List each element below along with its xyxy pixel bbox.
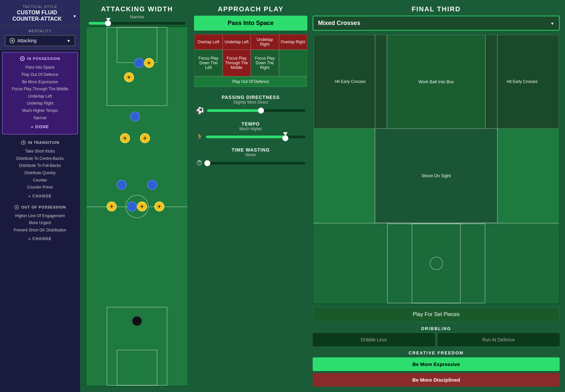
list-item[interactable]: Distribute To Centre-Backs bbox=[5, 155, 75, 163]
approach-play-column: APPROACH PLAY Pass Into Space Overlap Le… bbox=[194, 5, 307, 387]
tactical-style-chevron[interactable] bbox=[73, 13, 77, 19]
out-of-possession-icon bbox=[14, 204, 19, 210]
hit-early-crosses-right-cell[interactable]: Hit Early Crosses bbox=[485, 35, 559, 129]
mixed-crosses-dropdown[interactable]: Mixed Crosses bbox=[313, 16, 560, 31]
dribbling-title: DRIBBLING bbox=[313, 326, 560, 331]
tactical-style-text: CUSTOM FLUID COUNTER-ATTACK bbox=[3, 9, 71, 22]
list-item[interactable]: Prevent Short GK Distribution bbox=[5, 227, 75, 234]
list-item[interactable]: Distribute To Full-Backs bbox=[5, 162, 75, 170]
tactical-style-label: TACTICAL STYLE bbox=[3, 5, 77, 9]
player-gk: ✈ bbox=[132, 316, 142, 326]
time-wasting-section: TIME WASTING Never ⏱ bbox=[194, 145, 307, 169]
work-ball-into-box-cell[interactable]: Work Ball Into Box bbox=[387, 35, 485, 129]
passing-directness-title: PASSING DIRECTNESS bbox=[194, 95, 307, 100]
pitch-v-line-right bbox=[497, 35, 498, 223]
mentality-select[interactable]: Attacking bbox=[5, 35, 75, 46]
width-slider-container bbox=[85, 22, 189, 25]
play-for-set-pieces-button[interactable]: Play For Set Pieces bbox=[313, 307, 560, 322]
tempo-slider[interactable] bbox=[206, 136, 305, 138]
sidebar: TACTICAL STYLE CUSTOM FLUID COUNTER-ATTA… bbox=[0, 0, 80, 392]
svg-point-1 bbox=[11, 40, 13, 42]
list-item[interactable]: Underlap Left bbox=[7, 93, 73, 100]
play-out-of-defence-cell[interactable]: Play Out Of Defence bbox=[194, 76, 307, 87]
pass-into-space-button[interactable]: Pass Into Space bbox=[194, 16, 307, 31]
in-transition-block: IN TRANSITION Take Short Kicks Distribut… bbox=[0, 137, 80, 201]
player-5: ✈ bbox=[120, 133, 130, 143]
overlap-right-cell[interactable]: Overlap Right bbox=[279, 34, 307, 50]
passing-directness-slider-row: ⚽ bbox=[194, 107, 307, 115]
attacking-width-slider-thumb[interactable] bbox=[105, 20, 111, 26]
player-12: ✈ bbox=[154, 201, 164, 211]
in-possession-label: IN POSSESSION bbox=[27, 57, 60, 61]
list-item[interactable]: Counter-Press bbox=[5, 184, 75, 191]
time-wasting-subtitle: Never bbox=[194, 153, 307, 157]
player-11 bbox=[147, 180, 157, 190]
out-of-possession-block: OUT OF POSSESSION Higher Line Of Engagem… bbox=[0, 201, 80, 244]
list-item[interactable]: Much Higher Tempo bbox=[7, 107, 73, 115]
passing-directness-section: PASSING DIRECTNESS Slightly More Direct … bbox=[194, 93, 307, 117]
list-item[interactable]: Take Short Kicks bbox=[5, 148, 75, 155]
passing-directness-fill bbox=[207, 109, 261, 112]
in-possession-header: IN POSSESSION bbox=[7, 56, 73, 61]
in-transition-header: IN TRANSITION bbox=[5, 140, 75, 145]
in-possession-block: IN POSSESSION Pass Into Space Play Out O… bbox=[2, 52, 78, 135]
attacking-width-subtitle: Narrow bbox=[130, 14, 144, 19]
overlap-left-cell[interactable]: Overlap Left bbox=[194, 34, 223, 50]
passing-directness-icon: ⚽ bbox=[196, 107, 204, 115]
dribble-less-button[interactable]: Dribble Less bbox=[313, 333, 435, 346]
list-item[interactable]: Higher Line Of Engagement bbox=[5, 212, 75, 220]
list-item[interactable]: More Urgent bbox=[5, 219, 75, 227]
focus-play-right-cell[interactable]: Focus Play Down The Right bbox=[251, 50, 279, 76]
be-more-disciplined-button[interactable]: Be More Disciplined bbox=[313, 373, 560, 387]
hit-early-crosses-left-cell[interactable]: Hit Early Crosses bbox=[313, 35, 387, 129]
list-item[interactable]: Play Out Of Defence bbox=[7, 71, 73, 79]
player-2 bbox=[134, 58, 144, 68]
attacking-width-pitch: ✈ ✈ ✈ ✈ ✈ ✈ ✈ ✈ bbox=[85, 26, 189, 387]
pitch-bottom-area bbox=[313, 223, 559, 303]
focus-play-left-cell[interactable]: Focus Play Down The Left bbox=[194, 50, 223, 76]
be-more-expressive-button[interactable]: Be More Expressive bbox=[313, 357, 560, 371]
tempo-section: TEMPO Much Higher 🏃 bbox=[194, 119, 307, 143]
out-of-possession-change-button[interactable]: » CHANGE bbox=[5, 234, 75, 242]
approach-play-title: APPROACH PLAY bbox=[194, 5, 307, 13]
out-of-possession-label: OUT OF POSSESSION bbox=[21, 205, 66, 209]
list-item[interactable]: Pass Into Space bbox=[7, 64, 73, 71]
shoot-on-sight-cell[interactable]: Shoot On Sight bbox=[375, 129, 498, 222]
tempo-title: TEMPO bbox=[194, 121, 307, 127]
tempo-thumb[interactable] bbox=[282, 135, 288, 141]
attacking-width-slider-track[interactable] bbox=[89, 22, 185, 25]
empty-cell bbox=[279, 50, 307, 76]
run-at-defence-button[interactable]: Run At Defence bbox=[438, 333, 560, 346]
tempo-subtitle: Much Higher bbox=[194, 127, 307, 131]
list-item[interactable]: Underlap Right bbox=[7, 100, 73, 107]
in-transition-label: IN TRANSITION bbox=[28, 141, 59, 145]
main-content: ATTACKING WIDTH Narrow ✈ bbox=[80, 0, 565, 392]
tactical-style-value: CUSTOM FLUID COUNTER-ATTACK bbox=[3, 9, 77, 22]
final-third-title: FINAL THIRD bbox=[313, 5, 560, 13]
done-button[interactable]: « DONE bbox=[7, 122, 73, 131]
list-item[interactable]: Focus Play Through The Middle bbox=[7, 86, 73, 93]
in-transition-change-button[interactable]: » CHANGE bbox=[5, 191, 75, 200]
list-item[interactable]: Be More Expressive bbox=[7, 79, 73, 86]
passing-directness-slider[interactable] bbox=[207, 109, 305, 112]
dropdown-value: Mixed Crosses bbox=[318, 20, 360, 27]
underlap-right-cell[interactable]: Underlap Right bbox=[251, 34, 279, 50]
time-wasting-slider[interactable] bbox=[205, 162, 305, 165]
focus-play-middle-cell[interactable]: Focus Play Through The Middle bbox=[223, 50, 251, 76]
out-of-possession-items: Higher Line Of Engagement More Urgent Pr… bbox=[5, 212, 75, 234]
time-wasting-thumb[interactable] bbox=[204, 160, 210, 166]
pitch-penalty-spot bbox=[430, 257, 443, 270]
player-4 bbox=[130, 112, 140, 122]
player-3: ✈ bbox=[144, 58, 154, 68]
mentality-icon bbox=[9, 38, 15, 44]
list-item[interactable]: Counter bbox=[5, 177, 75, 184]
work-ball-label: Work Ball Into Box bbox=[418, 79, 454, 84]
list-item[interactable]: Distribute Quickly bbox=[5, 170, 75, 177]
final-third-column: FINAL THIRD Mixed Crosses Work Ball Into… bbox=[313, 5, 560, 387]
player-10: ✈ bbox=[137, 201, 147, 211]
player-1: ✈ bbox=[124, 72, 134, 82]
passing-directness-thumb[interactable] bbox=[258, 108, 264, 114]
list-item[interactable]: Narrow bbox=[7, 115, 73, 122]
underlap-left-cell[interactable]: Underlap Left bbox=[223, 34, 251, 50]
tempo-slider-row: 🏃 bbox=[194, 133, 307, 141]
